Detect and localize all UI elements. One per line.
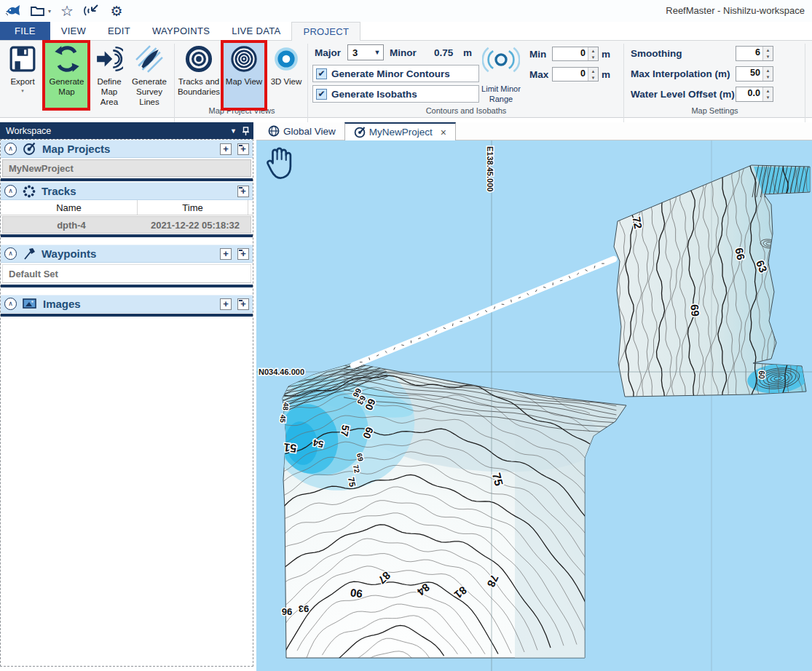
generate-minor-contours-checkbox[interactable]: ✔ Generate Minor Contours — [312, 65, 479, 82]
section-title: Waypoints — [42, 247, 214, 260]
map-projects-icon — [23, 142, 36, 156]
section-header-tracks[interactable]: ∧ Tracks + — [1, 182, 253, 200]
collapse-button[interactable]: ∧ — [4, 298, 17, 310]
settings-gear-icon[interactable]: ⚙ — [108, 2, 125, 20]
waypoint-set-item[interactable]: Default Set — [2, 264, 251, 283]
spin-down-button[interactable]: ▼ — [588, 54, 598, 60]
max-depth-spinner[interactable]: 0 ▲▼ — [552, 67, 599, 82]
spin-up-button[interactable]: ▲ — [588, 47, 598, 54]
add-folder-button[interactable]: + — [237, 298, 249, 310]
depth-label: 75 — [346, 477, 358, 488]
track-tick — [452, 323, 453, 326]
pin-icon[interactable] — [243, 127, 249, 135]
import-sonar-icon[interactable] — [83, 2, 100, 20]
major-label: Major — [315, 47, 341, 58]
section-divider — [1, 314, 253, 317]
menu-bar: FILE VIEW EDIT WAYPOINTS LIVE DATA PROJE… — [0, 22, 812, 41]
min-unit: m — [602, 49, 610, 60]
workspace-header: Workspace ▼ — [0, 122, 253, 139]
min-depth-spinner[interactable]: 0 ▲▼ — [552, 47, 599, 61]
generate-survey-lines-icon — [133, 42, 165, 76]
depth-label: 51 — [283, 441, 298, 455]
spin-up-button[interactable]: ▲ — [588, 68, 598, 74]
bathymetry-map-canvas[interactable]: E138.45.000N034.46.000726663696048456663… — [256, 140, 812, 671]
major-interval-dropdown[interactable]: 3 ▼ — [347, 44, 384, 60]
depth-label: 96 — [282, 606, 292, 617]
menu-tab-project[interactable]: PROJECT — [291, 22, 360, 41]
define-map-area-button[interactable]: Define Map Area — [92, 42, 127, 107]
section-header-images[interactable]: ∧ Images + + — [1, 295, 253, 313]
workspace-accordion: ∧ Map Projects + + MyNewProject ∧ Tracks… — [0, 139, 253, 667]
spin-up-button[interactable]: ▲ — [763, 67, 773, 74]
menu-tab-livedata[interactable]: LIVE DATA — [221, 22, 291, 40]
section-divider — [1, 234, 253, 237]
add-folder-button[interactable]: + — [237, 248, 249, 260]
spin-down-button[interactable]: ▼ — [763, 95, 773, 102]
add-folder-button[interactable]: + — [237, 143, 249, 155]
reefmaster-window: ▾ ☆ ⚙ ReefMaster - Nishilzu-workspace FI… — [0, 0, 812, 671]
spin-up-button[interactable]: ▲ — [763, 47, 773, 54]
export-button[interactable]: Export ▾ — [4, 42, 41, 94]
max-interpolation-spinner[interactable]: 50 ▲▼ — [736, 66, 773, 82]
depth-label: 57 — [339, 424, 352, 437]
ribbon: Export ▾ Generate Map Define Map Area Ge… — [0, 41, 812, 118]
smoothing-spinner[interactable]: 6 ▲▼ — [736, 46, 773, 61]
map-panel: Global View MyNewProject × E138.45.000N0… — [256, 122, 812, 671]
collapse-button[interactable]: ∧ — [4, 143, 17, 155]
images-icon — [23, 298, 37, 310]
folder-dropdown-caret[interactable]: ▾ — [48, 8, 51, 15]
favorites-star-icon[interactable]: ☆ — [58, 2, 76, 20]
add-button[interactable]: + — [220, 248, 232, 260]
map-project-item[interactable]: MyNewProject — [2, 159, 251, 177]
minor-label: Minor — [390, 47, 417, 58]
open-folder-icon[interactable] — [29, 2, 47, 20]
add-folder-button[interactable]: + — [237, 186, 249, 197]
threed-view-button[interactable]: 3D View — [267, 42, 305, 87]
section-header-waypoints[interactable]: ∧ Waypoints + + — [1, 245, 253, 263]
smoothing-label: Smoothing — [631, 48, 682, 59]
tab-label: Global View — [283, 126, 336, 137]
max-unit: m — [602, 69, 610, 80]
add-button[interactable]: + — [220, 298, 232, 310]
limit-minor-range-icon — [482, 44, 520, 76]
water-level-offset-spinner[interactable]: 0.0 ▲▼ — [736, 87, 773, 102]
menu-tab-edit[interactable]: EDIT — [97, 22, 141, 40]
generate-isobaths-checkbox[interactable]: ✔ Generate Isobaths — [312, 85, 479, 103]
generate-survey-lines-button[interactable]: Generate Survey Lines — [128, 42, 170, 107]
workspace-menu-caret[interactable]: ▼ — [224, 127, 243, 135]
latitude-label: N034.46.000 — [259, 368, 304, 376]
track-row[interactable]: dpth-4 2021-12-22 05:18:32 — [2, 216, 251, 234]
export-split-caret[interactable]: ▾ — [21, 88, 24, 94]
limit-minor-range-button[interactable] — [482, 44, 520, 79]
column-header-name[interactable]: Name — [1, 200, 138, 215]
section-header-map-projects[interactable]: ∧ Map Projects + + — [1, 140, 253, 158]
add-button[interactable]: + — [220, 143, 232, 155]
tab-close-icon[interactable]: × — [441, 127, 446, 138]
map-tab-bar: Global View MyNewProject × — [256, 122, 812, 140]
map-view-button[interactable]: Map View — [224, 42, 264, 109]
depth-label: 90 — [350, 587, 363, 600]
column-header-time[interactable]: Time — [138, 200, 248, 215]
spin-down-button[interactable]: ▼ — [763, 74, 773, 82]
tab-mynewproject[interactable]: MyNewProject × — [344, 122, 456, 140]
section-title: Map Projects — [42, 143, 214, 155]
spin-up-button[interactable]: ▲ — [763, 87, 773, 95]
collapse-button[interactable]: ∧ — [4, 185, 17, 197]
track-time: 2021-12-22 05:18:32 — [140, 217, 251, 233]
window-title: ReefMaster - Nishilzu-workspace — [666, 5, 805, 16]
tracks-and-boundaries-button[interactable]: Tracks and Boundaries — [177, 42, 221, 98]
generate-map-button[interactable]: Generate Map — [45, 42, 88, 109]
minor-value: 0.75 — [434, 47, 453, 58]
collapse-button[interactable]: ∧ — [4, 247, 17, 260]
tab-global-view[interactable]: Global View — [259, 122, 344, 140]
menu-tab-file[interactable]: FILE — [0, 22, 50, 40]
spin-down-button[interactable]: ▼ — [763, 54, 773, 61]
section-title: Images — [43, 298, 214, 310]
spin-down-button[interactable]: ▼ — [588, 74, 598, 81]
minor-unit: m — [463, 47, 472, 58]
menu-tab-view[interactable]: VIEW — [50, 22, 97, 40]
menu-tab-waypoints[interactable]: WAYPOINTS — [141, 22, 221, 40]
dropdown-caret-icon: ▼ — [371, 49, 383, 56]
depth-label: 93 — [299, 603, 309, 614]
section-divider — [1, 178, 253, 181]
